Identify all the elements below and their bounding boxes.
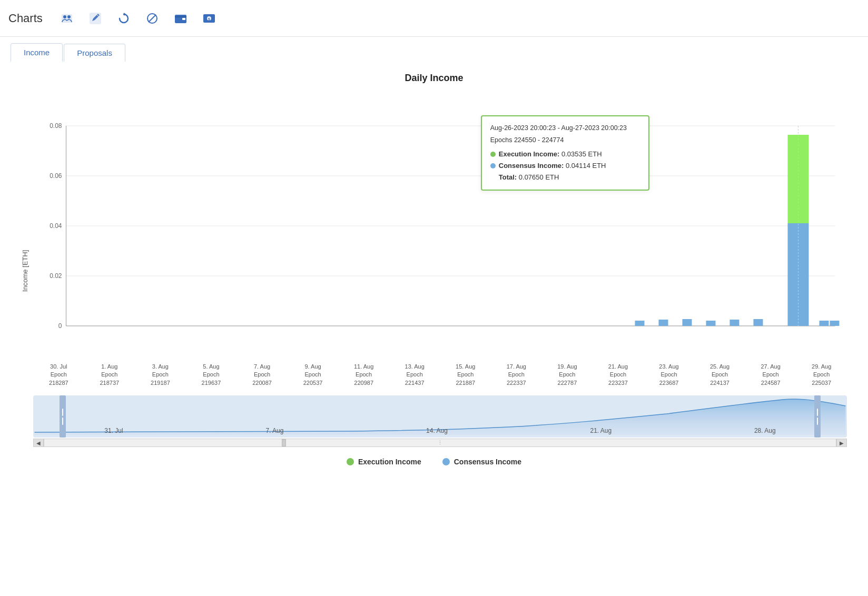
- toolbar: Charts: [0, 0, 868, 37]
- svg-text:0: 0: [58, 322, 62, 330]
- svg-text:0.06: 0.06: [50, 172, 62, 180]
- x-tick-2: 3. Aug Epoch 219187: [135, 363, 186, 387]
- y-axis-label: Income [ETH]: [21, 94, 29, 447]
- total-spacer: [490, 175, 496, 180]
- bar: [706, 321, 716, 326]
- svg-rect-9: [175, 16, 186, 17]
- svg-point-1: [63, 15, 66, 18]
- bar: [635, 321, 645, 326]
- tabs-row: Income Proposals: [0, 37, 868, 62]
- x-tick-4: 7. Aug Epoch 220087: [236, 363, 288, 387]
- legend-execution-label: Execution Income: [358, 458, 421, 466]
- scrollbar-dots: ⋮: [438, 440, 443, 445]
- svg-text:0.08: 0.08: [50, 122, 62, 130]
- tooltip-epochs: Epochs 224550 - 224774: [490, 135, 640, 146]
- chart-tooltip: Aug-26-2023 20:00:23 - Aug-27-2023 20:00…: [481, 115, 649, 191]
- ban-icon[interactable]: [143, 9, 162, 28]
- tab-income[interactable]: Income: [11, 43, 63, 62]
- x-tick-7: 13. Aug Epoch 221437: [389, 363, 440, 387]
- navigator-handle-right[interactable]: [814, 395, 821, 438]
- x-tick-5: 9. Aug Epoch 220537: [288, 363, 339, 387]
- legend-execution-dot: [347, 458, 354, 465]
- refresh-icon[interactable]: [114, 9, 133, 28]
- legend-consensus: Consensus Income: [442, 458, 521, 466]
- scrollbar-row: ◀ ⋮ ▶: [33, 439, 847, 447]
- svg-text:0.04: 0.04: [50, 222, 62, 230]
- handle-line: [817, 418, 818, 425]
- handle-line: [817, 409, 818, 416]
- x-tick-13: 25. Aug Epoch 224137: [694, 363, 745, 387]
- legend-consensus-label: Consensus Income: [454, 458, 521, 466]
- x-tick-3: 5. Aug Epoch 219637: [186, 363, 237, 387]
- x-tick-1: 1. Aug Epoch 218737: [84, 363, 135, 387]
- execution-label: Execution Income: 0.03535 ETH: [499, 148, 602, 160]
- x-tick-9: 17. Aug Epoch 222337: [491, 363, 542, 387]
- edit-icon[interactable]: [86, 9, 105, 28]
- svg-text:0.02: 0.02: [50, 272, 62, 280]
- x-tick-10: 19. Aug Epoch 222787: [542, 363, 593, 387]
- x-tick-0: 30. Jul Epoch 218287: [33, 363, 84, 387]
- handle-line: [62, 418, 63, 425]
- validator-icon[interactable]: [57, 9, 76, 28]
- x-tick-6: 11. Aug Epoch 220987: [338, 363, 389, 387]
- legend-execution: Execution Income: [347, 458, 421, 466]
- scrollbar-left-arrow[interactable]: ◀: [33, 439, 44, 447]
- chart-container: Daily Income Income [ETH] 0.08 0.06 0.04: [0, 62, 868, 471]
- consensus-dot: [490, 163, 496, 168]
- chart-area-wrapper: Income [ETH] 0.08 0.06 0.04 0.02 0: [21, 94, 847, 447]
- chart-legend: Execution Income Consensus Income: [21, 458, 847, 466]
- svg-text:$: $: [208, 17, 210, 22]
- chart-navigator[interactable]: 31. Jul 7. Aug 14. Aug 21. Aug 28. Aug: [33, 395, 847, 438]
- chart-inner: 0.08 0.06 0.04 0.02 0: [33, 94, 847, 447]
- navigator-handle-left[interactable]: [60, 395, 66, 438]
- bar: [659, 320, 668, 326]
- navigator-svg: [33, 395, 847, 438]
- chart-title: Daily Income: [21, 73, 847, 84]
- bar: [683, 319, 692, 326]
- x-tick-14: 27. Aug Epoch 224587: [745, 363, 796, 387]
- bar: [730, 320, 739, 326]
- tooltip-date: Aug-26-2023 20:00:23 - Aug-27-2023 20:00…: [490, 123, 640, 134]
- money-icon[interactable]: $: [200, 9, 219, 28]
- svg-rect-0: [62, 14, 72, 23]
- bar: [754, 319, 763, 326]
- bar: [830, 321, 840, 326]
- x-tick-12: 23. Aug Epoch 223687: [644, 363, 695, 387]
- consensus-label: Consensus Income: 0.04114 ETH: [499, 160, 606, 172]
- svg-line-6: [149, 15, 156, 22]
- svg-point-2: [67, 15, 71, 18]
- x-tick-11: 21. Aug Epoch 223237: [593, 363, 644, 387]
- svg-rect-8: [182, 18, 185, 20]
- x-axis: 30. Jul Epoch 218287 1. Aug Epoch 218737…: [33, 360, 847, 387]
- total-label: Total: 0.07650 ETH: [499, 172, 559, 183]
- app-title: Charts: [8, 12, 43, 25]
- scrollbar-track[interactable]: ⋮: [44, 439, 836, 447]
- scrollbar-thumb[interactable]: [282, 439, 286, 446]
- legend-consensus-dot: [442, 458, 450, 465]
- handle-line: [62, 409, 63, 416]
- tab-proposals[interactable]: Proposals: [64, 44, 125, 62]
- tooltip-execution-row: Execution Income: 0.03535 ETH: [490, 148, 640, 160]
- tooltip-total-row: Total: 0.07650 ETH: [490, 172, 640, 183]
- bar: [820, 321, 829, 326]
- scrollbar-right-arrow[interactable]: ▶: [836, 439, 847, 447]
- tooltip-consensus-row: Consensus Income: 0.04114 ETH: [490, 160, 640, 172]
- x-tick-8: 15. Aug Epoch 221887: [440, 363, 491, 387]
- x-tick-15: 29. Aug Epoch 225037: [796, 363, 847, 387]
- chart-svg: 0.08 0.06 0.04 0.02 0: [33, 94, 847, 357]
- wallet-icon[interactable]: [171, 9, 190, 28]
- execution-dot: [490, 152, 496, 157]
